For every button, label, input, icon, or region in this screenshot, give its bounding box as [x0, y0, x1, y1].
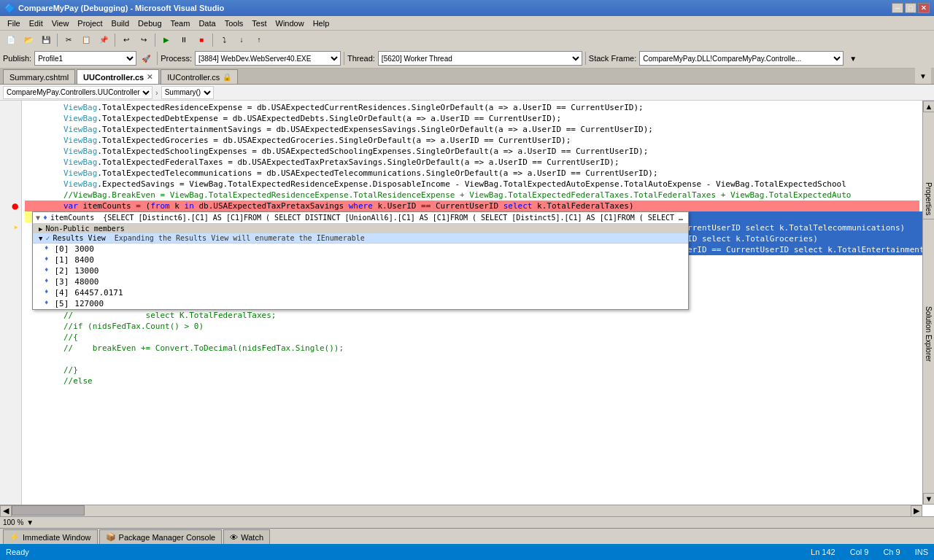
menu-debug[interactable]: Debug — [134, 18, 166, 29]
menu-file[interactable]: File — [3, 18, 25, 29]
restore-button[interactable]: □ — [905, 3, 916, 13]
process-select[interactable]: [3884] WebDev.WebServer40.EXE — [195, 51, 341, 66]
breadcrumb-method-select[interactable]: Summary() — [161, 86, 214, 99]
stackframe-select[interactable]: CompareMyPay.DLL!CompareMyPay.Controlle.… — [639, 51, 844, 66]
scroll-right-button[interactable]: ▶ — [911, 505, 922, 517]
line-num — [0, 310, 21, 321]
tab-dropdown-button[interactable]: ▼ — [915, 68, 931, 84]
horiz-scroll-thumb[interactable] — [12, 505, 85, 516]
line-num — [0, 102, 21, 113]
tb-cut[interactable]: ✂ — [61, 32, 77, 48]
tab-iucontroller[interactable]: IUController.cs 🔒 — [161, 69, 238, 84]
menu-build[interactable]: Build — [107, 18, 134, 29]
breadcrumb-namespace-select[interactable]: CompareMyPay.Controllers.UUController — [3, 86, 153, 99]
zoom-dropdown[interactable]: ▼ — [26, 518, 34, 526]
tab-uucontroller[interactable]: UUController.cs ✕ — [77, 69, 159, 84]
tb-sep-6 — [344, 52, 344, 65]
tb-step-out[interactable]: ↑ — [251, 32, 267, 48]
popup-section-nonpublic: ▶ Non-Public members — [33, 224, 688, 233]
tab-uucontroller-close[interactable]: ✕ — [147, 73, 153, 81]
popup-item-1[interactable]: ♦ [1] 8400 — [33, 254, 688, 265]
toolbar: 📄 📂 💾 ✂ 📋 📌 ↩ ↪ ▶ ⏸ ■ ⤵ ↓ ↑ Publish: Pro… — [0, 31, 934, 69]
menu-window[interactable]: Window — [271, 18, 309, 29]
tb-pause[interactable]: ⏸ — [176, 32, 192, 48]
horizontal-scrollbar[interactable]: ◀ ▶ — [0, 505, 922, 516]
tb-step-in[interactable]: ↓ — [234, 32, 250, 48]
publish-select[interactable]: Profile1 — [34, 51, 136, 66]
scroll-down-button[interactable]: ▼ — [923, 493, 934, 505]
breadcrumb: CompareMyPay.Controllers.UUController › … — [0, 85, 934, 101]
close-button[interactable]: ✕ — [918, 3, 930, 13]
tb-save[interactable]: 💾 — [38, 32, 54, 48]
scroll-up-button[interactable]: ▲ — [923, 101, 934, 112]
bottom-tab-watch[interactable]: 👁 Watch — [223, 529, 270, 544]
menu-project[interactable]: Project — [73, 18, 107, 29]
menu-help[interactable]: Help — [309, 18, 334, 29]
popup-item-0[interactable]: ♦ [0] 3000 — [33, 244, 688, 254]
tb-new[interactable]: 📄 — [3, 32, 19, 48]
minimize-button[interactable]: ─ — [892, 3, 903, 13]
bottom-tab-immediate[interactable]: ⚡ Immediate Window — [3, 529, 98, 544]
title-text: CompareMyPay (Debugging) - Microsoft Vis… — [18, 4, 892, 12]
thread-select[interactable]: [5620] Worker Thread — [378, 51, 582, 66]
code-line-empty — [25, 354, 919, 365]
package-manager-label: Package Manager Console — [119, 533, 216, 542]
item-index-0: [0] — [54, 244, 69, 254]
item-index-3: [3] — [54, 277, 69, 287]
status-ready: Ready — [6, 548, 29, 556]
tb-copy[interactable]: 📋 — [78, 32, 94, 48]
solution-explorer-tab[interactable]: Solution Explorer — [922, 303, 934, 365]
main-area: CompareMyPay.Controllers.UUController › … — [0, 85, 934, 528]
popup-item-3[interactable]: ♦ [3] 48000 — [33, 276, 688, 287]
code-line-comment: //if (nidsFedTax.Count() > 0) — [25, 321, 919, 332]
line-num — [0, 179, 21, 190]
horiz-scroll-track[interactable] — [12, 505, 911, 516]
menu-test[interactable]: Test — [247, 18, 271, 29]
tb-stop[interactable]: ■ — [193, 32, 209, 48]
tb-undo[interactable]: ↩ — [118, 32, 134, 48]
watch-icon: 👁 — [230, 533, 238, 542]
code-line: ViewBag.ExpectedSavings = ViewBag.TotalE… — [25, 179, 919, 190]
line-num — [0, 113, 21, 124]
code-area: CompareMyPay.Controllers.UUController › … — [0, 85, 934, 528]
tb-sep-4 — [212, 34, 213, 47]
line-num — [0, 332, 21, 343]
line-num — [0, 157, 21, 168]
line-num — [0, 365, 21, 376]
zoom-indicator: 100 % ▼ — [0, 516, 934, 528]
tb-sep-1 — [57, 34, 58, 47]
tab-summary[interactable]: Summary.cshtml — [3, 69, 75, 84]
properties-tab[interactable]: Properties — [922, 179, 934, 219]
code-line-comment: //else — [25, 376, 919, 386]
menu-view[interactable]: View — [47, 18, 74, 29]
code-line: ViewBag.TotalExpectedSchoolingExpenses =… — [25, 146, 919, 157]
thread-label: Thread: — [347, 54, 375, 63]
tb-step-over[interactable]: ⤵ — [216, 32, 232, 48]
tb-open[interactable]: 📂 — [20, 32, 36, 48]
menu-tools[interactable]: Tools — [220, 18, 248, 29]
tb-paste[interactable]: 📌 — [96, 32, 112, 48]
code-line: ViewBag.TotalExpectedFederalTaxes = db.U… — [25, 157, 919, 168]
scroll-left-button[interactable]: ◀ — [0, 505, 12, 517]
line-numbers: ● ➤ — [0, 101, 22, 505]
tb-redo[interactable]: ↪ — [136, 32, 152, 48]
line-num — [0, 233, 21, 244]
code-lines[interactable]: ViewBag.TotalExpectedResidenceExpense = … — [22, 101, 922, 505]
line-num — [0, 266, 21, 277]
popup-results-section[interactable]: ▼ ✓ Results View Expanding the Results V… — [33, 233, 688, 244]
tb-debug-start[interactable]: ▶ — [158, 32, 174, 48]
popup-item-2[interactable]: ♦ [2] 13000 — [33, 265, 688, 276]
menu-team[interactable]: Team — [166, 18, 195, 29]
status-line: Ln 142 — [811, 548, 835, 556]
menu-data[interactable]: Data — [194, 18, 220, 29]
bottom-tab-package-manager[interactable]: 📦 Package Manager Console — [99, 529, 223, 544]
popup-item-5[interactable]: ♦ [5] 127000 — [33, 298, 688, 309]
menu-edit[interactable]: Edit — [25, 18, 47, 29]
scroll-track[interactable] — [923, 112, 934, 493]
popup-item-4[interactable]: ♦ [4] 64457.0171 — [33, 287, 688, 298]
line-num — [0, 124, 21, 135]
vertical-scrollbar[interactable]: ▲ ▼ — [922, 101, 934, 505]
tb-publish[interactable]: 🚀 — [138, 50, 154, 66]
results-view-label: Results View — [53, 234, 105, 242]
tb-stackframe-nav[interactable]: ▼ — [845, 50, 861, 66]
